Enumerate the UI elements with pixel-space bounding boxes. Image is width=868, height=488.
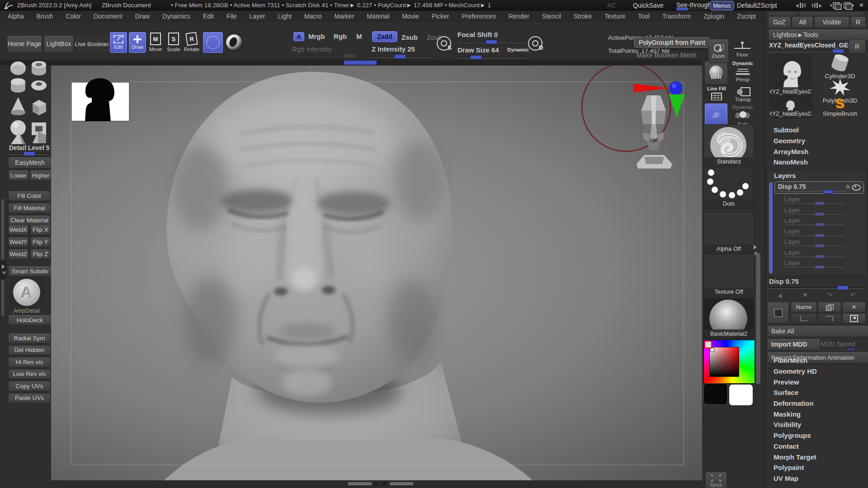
goz-button[interactable]: GoZ: [768, 16, 791, 28]
see-through-slider-thumb[interactable]: [676, 8, 688, 10]
tool-section-header[interactable]: FiberMesh: [765, 355, 868, 366]
rgb-intensity-slider-label[interactable]: Rgb Intensity: [292, 45, 332, 53]
tray-button[interactable]: Low Res vis: [8, 369, 51, 380]
lightbox-tools-button[interactable]: Lightbox►Tools: [768, 29, 868, 41]
layer-row[interactable]: Layer: [774, 216, 865, 227]
focal-shift-slider-track[interactable]: [458, 42, 525, 43]
selected-layer-row[interactable]: Disp 0.75: [774, 181, 864, 194]
divider-collapse-up-icon[interactable]: [373, 482, 380, 486]
layer-nav-arrow-icon[interactable]: ↷: [826, 291, 832, 299]
menu-item[interactable]: Draw: [135, 12, 151, 21]
material-thumbnail[interactable]: BasicMaterial2: [703, 298, 754, 339]
flip-button[interactable]: Flip Y: [30, 237, 51, 247]
visible-button[interactable]: Visible: [814, 16, 849, 28]
move-palette-left-icon[interactable]: [830, 2, 841, 9]
layer-invert-button[interactable]: [842, 313, 866, 324]
primitive-shapes-palette[interactable]: [7, 60, 51, 146]
right-shelf-scrollbar[interactable]: [756, 253, 760, 384]
layer-row[interactable]: Layer: [774, 258, 865, 269]
layer-delete-button[interactable]: ✕: [842, 302, 866, 312]
live-boolean-button[interactable]: Live Boolean: [75, 35, 108, 52]
detail-level-slider-track[interactable]: [8, 153, 50, 155]
draw-size-slider-thumb[interactable]: [470, 55, 482, 60]
m-button[interactable]: M: [356, 33, 362, 40]
tool-section-header[interactable]: NanoMesh: [765, 157, 868, 168]
layer-row[interactable]: Layer: [774, 206, 865, 216]
flip-button[interactable]: Flip X: [30, 225, 51, 235]
tool-section-header[interactable]: Geometry: [765, 136, 868, 146]
move-button[interactable]: M Move: [147, 33, 164, 52]
zadd-button[interactable]: Zadd: [372, 31, 398, 42]
menu-item[interactable]: Material: [366, 12, 390, 21]
tool-section-header[interactable]: Contact: [765, 441, 868, 452]
selected-layer-slider-thumb[interactable]: [824, 190, 834, 194]
layers-scrollbar[interactable]: [769, 182, 773, 273]
disp-intensity-slider-track[interactable]: [768, 287, 864, 289]
zoom-button[interactable]: Zoom: [708, 39, 729, 63]
tool-section-header[interactable]: Polygroups: [765, 430, 868, 441]
menu-item[interactable]: Picker: [431, 12, 450, 21]
current-tool-thumbnail[interactable]: XYZ_headEyesCl: [769, 54, 812, 97]
fill-button[interactable]: Fill Material: [8, 203, 51, 213]
xpose-button[interactable]: ↖↗ ↙↘ · Xpose: [705, 472, 727, 488]
layer-nav-arrow-icon[interactable]: ▲: [777, 291, 784, 299]
rotate-button[interactable]: R Rotate: [184, 33, 200, 52]
menu-item[interactable]: File: [226, 12, 237, 21]
simplebrush-tool[interactable]: S SimpleBrush: [815, 97, 865, 120]
rgb-intensity-slider-track[interactable]: [292, 55, 355, 56]
tool-panel-partial-button[interactable]: [768, 12, 796, 15]
disp-intensity-slider-label[interactable]: Disp 0.75: [769, 277, 799, 285]
previous-tool-thumbnail[interactable]: XYZ_headEyesCl: [769, 97, 812, 118]
move-palette-right-icon[interactable]: [844, 2, 855, 9]
import-mdd-button[interactable]: Import MDD: [767, 338, 821, 350]
alpha-thumbnail[interactable]: Alpha Off: [703, 211, 754, 254]
menu-item[interactable]: Zplugin: [703, 12, 725, 21]
layers-section-header[interactable]: Layers: [767, 170, 867, 180]
smart-subdiv-button[interactable]: Smart Subdiv: [8, 266, 52, 277]
fill-button[interactable]: Fill Color: [8, 191, 51, 201]
tray-button[interactable]: Del Hidden: [8, 345, 51, 356]
mdd-speed-slider-thumb[interactable]: [847, 347, 855, 351]
weld-button[interactable]: WeldZ: [8, 249, 28, 259]
menu-item[interactable]: Alpha: [7, 12, 24, 21]
layer-merge-down-button[interactable]: [791, 313, 817, 324]
tool-section-header[interactable]: Morph Target: [765, 451, 868, 462]
menus-button[interactable]: Menus: [710, 1, 734, 10]
tool-section-header[interactable]: Deformation: [765, 398, 868, 409]
right-shelf-flyout-handle[interactable]: [753, 244, 759, 258]
weld-button[interactable]: WeldY: [8, 237, 28, 247]
tool-section-header[interactable]: ArrayMesh: [765, 146, 868, 157]
mrgb-button[interactable]: Mrgb: [308, 33, 325, 40]
stroke-sphere-button[interactable]: [226, 34, 242, 51]
menu-item[interactable]: Marker: [334, 12, 355, 21]
fill-button[interactable]: Clear Material: [8, 215, 51, 225]
current-tool-slider-label[interactable]: XYZ_headEyesClosed_GEO.: [769, 42, 855, 49]
quicksave-button[interactable]: QuickSave: [633, 2, 664, 9]
menu-item[interactable]: Color: [65, 12, 81, 21]
dynamic-persp-button[interactable]: Dynamic Persp: [730, 59, 755, 84]
default-zscript-button[interactable]: DefaultZScript: [737, 2, 777, 9]
a-toggle-button[interactable]: A: [293, 32, 305, 42]
layer-row[interactable]: Layer: [774, 248, 865, 259]
menu-item[interactable]: Movie: [401, 12, 419, 21]
weld-button[interactable]: WeldX: [8, 225, 28, 235]
r-button[interactable]: R: [850, 16, 866, 28]
canvas-hscroll-indicator[interactable]: [344, 60, 377, 65]
color-picker[interactable]: [703, 340, 755, 384]
bpr-button[interactable]: BPR: [704, 61, 728, 84]
bottom-divider-bar-left[interactable]: [348, 482, 372, 485]
draw-size-slider-label[interactable]: Draw Size 64: [458, 46, 499, 54]
menu-item[interactable]: Stroke: [573, 12, 592, 21]
cylinder3d-tool[interactable]: Cylinder3D: [815, 54, 865, 79]
menu-item[interactable]: Edit: [203, 12, 214, 21]
tool-section-header[interactable]: Preview: [765, 376, 868, 387]
zsub-button[interactable]: Zsub: [401, 33, 418, 41]
holodeck-button[interactable]: HoloDeck: [8, 314, 52, 325]
menu-item[interactable]: Tool: [637, 12, 650, 21]
flip-button[interactable]: Flip Z: [30, 249, 51, 259]
layer-nav-arrow-icon[interactable]: ↶: [850, 291, 856, 299]
detail-level-slider-thumb[interactable]: [24, 151, 35, 156]
focal-shift-slider-label[interactable]: Focal Shift 0: [458, 31, 498, 38]
bottom-divider-bar-right[interactable]: [390, 482, 413, 485]
z-intensity-slider-thumb[interactable]: [394, 54, 406, 59]
